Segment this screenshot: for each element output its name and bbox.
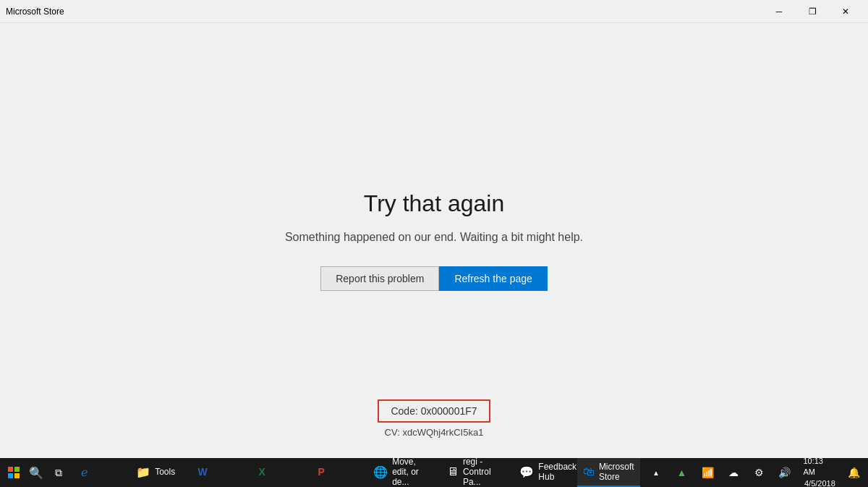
wifi-indicator: 📶 (702, 467, 714, 478)
svg-rect-1 (14, 467, 20, 472)
taskbar-app-chrome[interactable]: 🌐 Move, edit, or de... (367, 458, 440, 487)
maximize-button[interactable]: ❐ (796, 0, 829, 23)
system-clock[interactable]: 10:13 AM 4/5/2018 (797, 458, 842, 487)
feedback-icon: 💬 (519, 465, 534, 479)
excel-icon: X (255, 465, 269, 479)
tray-expand-button[interactable]: ▲ (643, 458, 669, 487)
taskbar-app-controlpanel[interactable]: 🖥 regi - Control Pa... (441, 458, 512, 487)
taskbar-app-tools[interactable]: 📁 Tools (130, 458, 188, 487)
window-controls: ─ ❐ ✕ (762, 0, 862, 23)
title-bar: Microsoft Store ─ ❐ ✕ (0, 0, 868, 23)
error-message: Something happened on our end. Waiting a… (285, 229, 583, 246)
error-cv-text: CV: xdcWQhj4rkCI5ka1 (385, 427, 484, 438)
error-code-text: Code: 0x000001F7 (391, 405, 477, 417)
chrome-icon: 🌐 (373, 465, 388, 479)
action-center-icon[interactable]: ⚙ (746, 458, 772, 487)
taskbar-app-tools-label: Tools (155, 467, 175, 477)
taskbar-app-store[interactable]: 🛍 Microsoft Store (577, 458, 640, 487)
search-button[interactable]: 🔍 (25, 458, 46, 487)
taskbar-app-cp-label: regi - Control Pa... (463, 457, 506, 487)
volume-indicator: 🔊 (778, 467, 791, 478)
taskbar-app-store-label: Microsoft Store (599, 462, 634, 482)
onedrive-indicator: ☁ (728, 467, 739, 478)
clock-time: 10:13 AM (803, 456, 836, 478)
taskbar: 🔍 ⧉ ℯ 📁 Tools W X P 🌐 Move, edit, or de.… (0, 458, 868, 487)
notification-icon: 🔔 (848, 467, 860, 478)
task-view-button[interactable]: ⧉ (48, 458, 69, 487)
taskbar-app-ie[interactable]: ℯ (71, 458, 129, 487)
minimize-button[interactable]: ─ (762, 0, 796, 23)
error-code-section: Code: 0x000001F7 CV: xdcWQhj4rkCI5ka1 (378, 399, 490, 438)
network-icon[interactable]: ▲ (669, 458, 695, 487)
folder-icon: 📁 (136, 465, 150, 479)
word-icon: W (195, 465, 210, 479)
report-problem-button[interactable]: Report this problem (320, 266, 439, 291)
close-button[interactable]: ✕ (829, 0, 862, 23)
search-icon: 🔍 (29, 466, 43, 480)
taskbar-app-ppt[interactable]: P (308, 458, 366, 487)
refresh-page-button[interactable]: Refresh the page (439, 266, 547, 291)
action-buttons: Report this problem Refresh the page (320, 266, 548, 291)
error-container: Try that again Something happened on our… (285, 190, 583, 291)
windows-icon (8, 467, 20, 478)
taskbar-app-feedback-label: Feedback Hub (538, 462, 576, 482)
network-indicator: ▲ (677, 467, 687, 478)
error-code-box: Code: 0x000001F7 (378, 399, 490, 423)
ie-icon: ℯ (77, 465, 91, 479)
taskbar-app-word[interactable]: W (190, 458, 247, 487)
start-button[interactable] (3, 458, 24, 487)
taskbar-app-excel[interactable]: X (249, 458, 307, 487)
svg-rect-2 (8, 473, 13, 478)
main-content: Try that again Something happened on our… (0, 23, 868, 458)
taskbar-app-chrome-label: Move, edit, or de... (392, 457, 434, 487)
volume-icon[interactable]: 🔊 (772, 458, 798, 487)
error-title: Try that again (364, 190, 504, 217)
clock-date: 4/5/2018 (804, 478, 835, 487)
onedrive-icon[interactable]: ☁ (720, 458, 746, 487)
svg-rect-0 (8, 467, 13, 472)
ppt-icon: P (314, 465, 328, 479)
controlpanel-icon: 🖥 (447, 465, 459, 479)
wifi-icon[interactable]: 📶 (694, 458, 720, 487)
system-tray: ▲ ▲ 📶 ☁ ⚙ 🔊 10:13 AM 4/5/2018 🔔 (643, 458, 865, 487)
tray-arrow-icon: ▲ (652, 469, 660, 477)
store-icon: 🛍 (583, 465, 595, 479)
svg-rect-3 (14, 473, 20, 478)
notification-button[interactable]: 🔔 (842, 458, 865, 487)
taskbar-app-feedback[interactable]: 💬 Feedback Hub (514, 458, 576, 487)
action-center-indicator: ⚙ (754, 467, 764, 478)
app-title: Microsoft Store (6, 7, 64, 17)
task-view-icon: ⧉ (55, 467, 62, 479)
